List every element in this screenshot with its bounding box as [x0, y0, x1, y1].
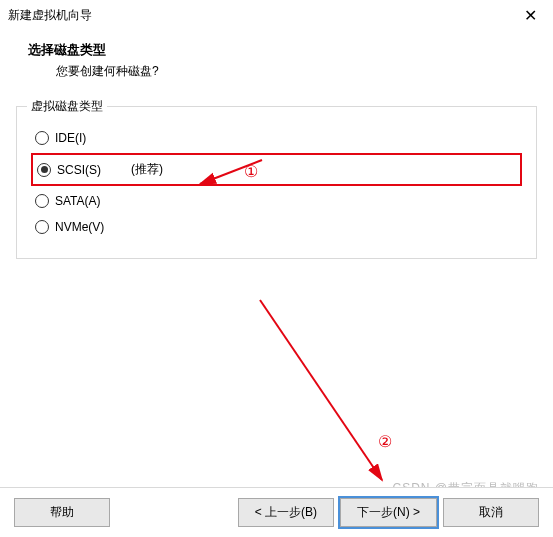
page-subheading: 您要创建何种磁盘?: [0, 63, 553, 96]
radio-label: SATA(A): [55, 194, 101, 208]
radio-icon: [35, 194, 49, 208]
radio-icon: [35, 131, 49, 145]
cancel-button[interactable]: 取消: [443, 498, 539, 527]
footer: 帮助 < 上一步(B) 下一步(N) > 取消: [0, 487, 553, 537]
disk-type-fieldset: 虚拟磁盘类型 IDE(I) SCSI(S) (推荐) SATA(A) NVMe(…: [16, 106, 537, 259]
footer-right: < 上一步(B) 下一步(N) > 取消: [238, 498, 539, 527]
radio-label: NVMe(V): [55, 220, 104, 234]
radio-scsi-highlight: SCSI(S) (推荐): [31, 153, 522, 186]
annotation-2-label: ②: [378, 432, 392, 451]
radio-sata[interactable]: SATA(A): [31, 188, 522, 214]
fieldset-legend: 虚拟磁盘类型: [27, 98, 107, 115]
radio-icon: [35, 220, 49, 234]
window-title: 新建虚拟机向导: [8, 7, 92, 24]
radio-label: IDE(I): [55, 131, 86, 145]
radio-icon: [37, 163, 51, 177]
next-button[interactable]: 下一步(N) >: [340, 498, 437, 527]
radio-nvme[interactable]: NVMe(V): [31, 214, 522, 240]
titlebar: 新建虚拟机向导 ✕: [0, 0, 553, 31]
help-button[interactable]: 帮助: [14, 498, 110, 527]
svg-line-1: [260, 300, 382, 480]
close-icon[interactable]: ✕: [518, 6, 543, 25]
radio-scsi[interactable]: SCSI(S) (推荐): [37, 159, 163, 180]
radio-ide[interactable]: IDE(I): [31, 125, 522, 151]
radio-selected-dot: [41, 166, 48, 173]
radio-label: SCSI(S): [57, 163, 101, 177]
radio-suffix: (推荐): [131, 161, 163, 178]
back-button[interactable]: < 上一步(B): [238, 498, 334, 527]
page-heading: 选择磁盘类型: [0, 31, 553, 63]
